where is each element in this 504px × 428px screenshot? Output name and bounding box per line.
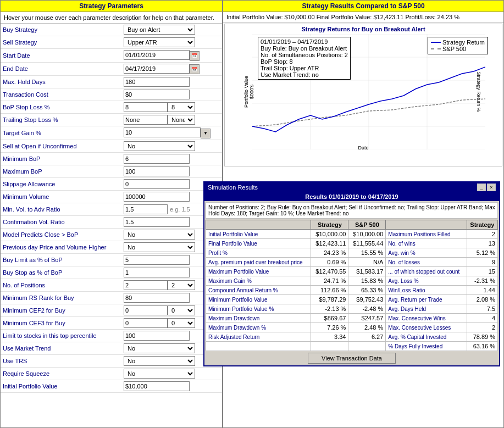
param-label-2: Start Date [1, 49, 121, 63]
param-row-14: Min. Vol. to Adv Ratioe.g. 1.5 [1, 203, 222, 215]
param-label-9: Sell at Open if Unconfirmed [1, 140, 121, 152]
param-date-2[interactable] [124, 50, 190, 60]
sim-metric2-11: Avg. % Capital Invested [386, 332, 467, 342]
sim-description: Number of Positions: 2; Buy Rule: Buy on… [206, 202, 498, 219]
param-control-11 [121, 165, 222, 177]
sim-val2-2: 5.12 % [467, 248, 497, 258]
param-label-0: Buy Strategy [1, 24, 121, 36]
sim-strat-2: 24.23 % [311, 248, 348, 258]
param-select-23[interactable]: 012 [168, 318, 195, 328]
view-transaction-button[interactable]: View Transaction Data [308, 353, 396, 364]
param-select-26[interactable]: NoYes [124, 356, 195, 366]
legend-sp500-line [431, 48, 441, 49]
sim-metric-3: Avg. premium paid over breakout price [206, 258, 311, 267]
param-text-4[interactable] [124, 77, 190, 87]
sim-strat-8: -2.13 % [311, 304, 348, 314]
param-row-1: Sell StrategyUpper ATRFixed StopTrailing… [1, 36, 222, 49]
param-row-2: Start Date📅 [1, 49, 222, 63]
annotation-buyrule: Buy Rule: Buy on Breakout Alert [261, 45, 348, 52]
sim-val2-10: 2 [467, 323, 497, 332]
param-text-28[interactable] [124, 381, 190, 391]
sim-sp-7: $9,752.43 [348, 295, 386, 304]
param-label-22: Minimum CEF2 for Buy [1, 304, 121, 316]
param-text-23[interactable] [124, 318, 168, 328]
param-text-24[interactable] [124, 331, 190, 341]
sim-metric2-1: No. of wins [386, 239, 467, 248]
sim-strat-4: $12,470.55 [311, 267, 348, 276]
param-text-19[interactable] [124, 268, 190, 277]
calendar-button-3[interactable]: 📅 [190, 64, 200, 74]
sim-metric2-9: Max. Consecutive Wins [386, 314, 467, 323]
sim-sp-3: N/A [348, 258, 386, 267]
param-text-10[interactable] [124, 154, 190, 164]
chart-container: Strategy Returns for Buy on Breakout Ale… [224, 24, 502, 166]
sim-metric-12 [206, 342, 311, 351]
annotation-trail: Trail Stop: Upper ATR [261, 65, 348, 71]
sim-row-12: % Days Fully Invested63.16 % [206, 342, 498, 351]
sim-title: Simulation Results [208, 184, 258, 191]
sim-val2-5: -2.31 % [467, 276, 497, 286]
col-header-sp500: S&P 500 [348, 220, 386, 230]
sim-sp-5: 15.83 % [348, 276, 386, 286]
param-text-15[interactable] [124, 217, 190, 227]
param-label-28: Initial Portfolio Value [1, 380, 121, 392]
param-control-27: NoYes [121, 367, 222, 380]
param-label-8: Target Gain % [1, 126, 121, 140]
param-label-12: Slippage Allowance [1, 177, 121, 190]
sim-sp-8: -2.48 % [348, 304, 386, 314]
param-control-1: Upper ATRFixed StopTrailing Stop [121, 36, 222, 49]
param-label-23: Minimum CEF3 for Buy [1, 316, 121, 329]
sim-row-2: Profit %24.23 %15.55 %Avg. win %5.12 % [206, 248, 498, 258]
param-label-3: End Date [1, 62, 121, 76]
sim-metric-9: Maximum Drawdown [206, 314, 311, 323]
param-text-20[interactable] [124, 280, 168, 290]
param-text-6[interactable] [124, 102, 168, 112]
sim-minimize-button[interactable]: _ [477, 184, 486, 191]
param-row-20: No. of Positions12345 [1, 279, 222, 291]
param-select-27[interactable]: NoYes [124, 369, 195, 379]
sim-metric-8: Minimum Portfolio Value % [206, 304, 311, 314]
param-text-22[interactable] [124, 305, 168, 315]
param-text-7[interactable] [124, 115, 168, 125]
param-select-9[interactable]: NoYes [124, 141, 195, 151]
sim-strat-0: $10,000.00 [311, 230, 348, 239]
sim-row-3: Avg. premium paid over breakout price0.6… [206, 258, 498, 267]
param-select-20[interactable]: 12345 [168, 280, 195, 290]
sim-val2-8: 7.5 [467, 304, 497, 314]
calendar-button-8[interactable]: ▼ [201, 129, 211, 138]
sim-val2-0: 2 [467, 230, 497, 239]
param-text-21[interactable] [124, 293, 190, 303]
param-row-9: Sell at Open if UnconfirmedNoYes [1, 140, 222, 152]
params-scroll[interactable]: Buy StrategyBuy on AlertBuy on Breakout … [1, 24, 222, 427]
calendar-button-2[interactable]: 📅 [190, 51, 200, 61]
sim-metric-7: Minimum Portfolio Value [206, 295, 311, 304]
param-row-6: BoP Stop Loss %81015None [1, 101, 222, 114]
param-select-1[interactable]: Upper ATRFixed StopTrailing Stop [124, 37, 195, 47]
param-row-18: Buy Limit as % of BoP [1, 253, 222, 266]
param-select-16[interactable]: NoYes [124, 230, 195, 240]
param-text-12[interactable] [124, 179, 190, 189]
param-label-27: Require Squeeze [1, 367, 121, 380]
param-text-8[interactable] [124, 127, 201, 137]
param-select-0[interactable]: Buy on AlertBuy on Breakout AlertBuy on … [124, 25, 195, 35]
sim-sp-0: $10,000.00 [348, 230, 386, 239]
legend-sp500: S&P 500 [431, 46, 485, 52]
param-label-11: Maximum BoP [1, 165, 121, 177]
param-select-17[interactable]: NoYes [124, 242, 195, 252]
param-label-4: Max. Hold Days [1, 76, 121, 88]
sim-strat-6: 112.66 % [311, 286, 348, 295]
param-text-11[interactable] [124, 166, 190, 176]
sim-row-7: Minimum Portfolio Value$9,787.29$9,752.4… [206, 295, 498, 304]
param-text-14[interactable] [124, 204, 168, 214]
param-select-25[interactable]: NoYes [124, 343, 195, 353]
param-date-3[interactable] [124, 64, 190, 74]
sim-sp-9: $247.57 [348, 314, 386, 323]
param-select-7[interactable]: None5810 [168, 115, 195, 125]
param-select-22[interactable]: 012 [168, 305, 195, 315]
param-text-18[interactable] [124, 255, 190, 265]
param-row-28: Initial Portfolio Value [1, 380, 222, 392]
param-select-6[interactable]: 81015None [168, 102, 195, 112]
param-text-13[interactable] [124, 192, 190, 202]
param-text-5[interactable] [124, 90, 190, 99]
sim-close-button[interactable]: × [487, 184, 496, 191]
